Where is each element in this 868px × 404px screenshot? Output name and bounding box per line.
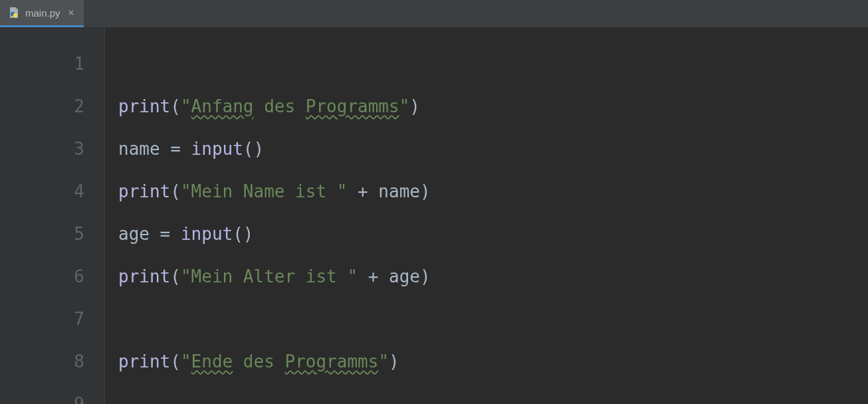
code-area[interactable]: print("Anfang des Programms")name = inpu… xyxy=(105,28,868,404)
tab-bar: main.py × xyxy=(0,0,868,28)
line-number-gutter: 123456789 xyxy=(0,28,105,404)
code-token: ( xyxy=(170,96,181,116)
code-line: name = input() xyxy=(118,128,868,170)
code-token: name = xyxy=(118,139,191,159)
code-token: () xyxy=(233,224,253,244)
code-line: print("Mein Alter ist " + age) xyxy=(118,255,868,298)
code-token: " xyxy=(181,96,191,116)
code-token: age = xyxy=(118,224,181,244)
code-token: des xyxy=(254,96,306,116)
code-token: print xyxy=(118,352,170,371)
code-token: ) xyxy=(409,96,420,116)
code-token: () xyxy=(243,139,264,159)
code-line: age = input() xyxy=(118,213,868,255)
code-token: print xyxy=(118,96,170,116)
code-token: " xyxy=(378,352,389,371)
code-token: " xyxy=(399,96,410,116)
line-number: 7 xyxy=(0,298,104,340)
code-line xyxy=(118,43,868,85)
code-line: print("Mein Name ist " + name) xyxy=(118,170,868,213)
code-token: "Mein Alter ist " xyxy=(181,266,358,286)
code-token: des xyxy=(233,352,284,371)
code-token: " xyxy=(181,352,191,371)
code-token: Programms xyxy=(285,352,379,371)
code-token: ) xyxy=(389,352,399,371)
code-token: + age) xyxy=(358,266,431,286)
line-number: 6 xyxy=(0,255,104,298)
line-number: 2 xyxy=(0,85,104,128)
close-icon[interactable]: × xyxy=(68,7,74,19)
python-file-icon xyxy=(8,7,20,19)
code-line xyxy=(118,383,868,404)
editor-pane: 123456789 print("Anfang des Programms")n… xyxy=(0,28,868,404)
code-token: ( xyxy=(170,266,181,286)
code-token: Programms xyxy=(306,96,399,116)
line-number: 3 xyxy=(0,128,104,170)
line-number: 9 xyxy=(0,383,104,404)
line-number: 8 xyxy=(0,340,104,383)
code-token: ( xyxy=(170,352,181,371)
line-number: 1 xyxy=(0,43,104,85)
code-line xyxy=(118,298,868,340)
line-number: 4 xyxy=(0,170,104,213)
line-number: 5 xyxy=(0,213,104,255)
code-token: input xyxy=(191,139,243,159)
code-token: input xyxy=(181,224,233,244)
code-token: "Mein Name ist " xyxy=(181,181,347,201)
code-line: print("Anfang des Programms") xyxy=(118,85,868,128)
code-token: + name) xyxy=(347,181,430,201)
code-line: print("Ende des Programms") xyxy=(118,340,868,383)
code-token: ( xyxy=(170,181,181,201)
editor-tab[interactable]: main.py × xyxy=(0,0,84,27)
code-token: Anfang xyxy=(191,96,254,116)
code-token: Ende xyxy=(191,352,233,371)
svg-point-1 xyxy=(13,13,17,17)
code-token: print xyxy=(118,266,170,286)
tab-filename: main.py xyxy=(25,7,60,19)
code-token: print xyxy=(118,181,170,201)
